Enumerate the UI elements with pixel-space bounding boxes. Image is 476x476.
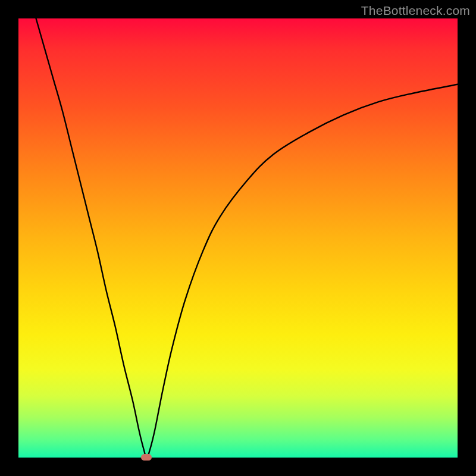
curve-path [36, 18, 458, 458]
watermark-text: TheBottleneck.com [361, 4, 470, 18]
bottleneck-curve [18, 18, 458, 458]
chart-frame: TheBottleneck.com [0, 0, 476, 476]
plot-area [18, 18, 458, 458]
minimum-marker [141, 454, 152, 461]
